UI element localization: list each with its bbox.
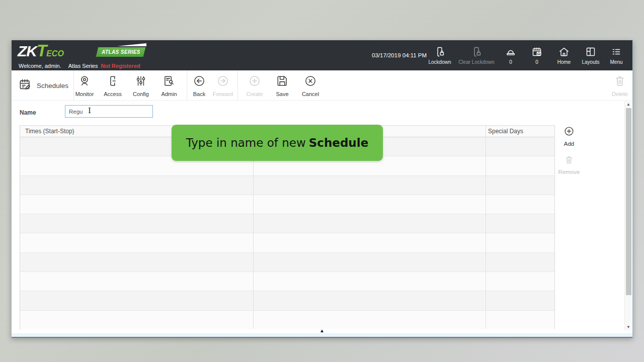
access-door-icon — [106, 74, 119, 89]
clear-lockdown-button[interactable]: Clear Lockdown — [454, 41, 499, 69]
table-row[interactable] — [20, 252, 554, 272]
back-arrow-icon — [193, 74, 206, 89]
config-nav-button[interactable]: Config — [127, 70, 154, 101]
delete-label: Delete — [612, 91, 628, 97]
toolbar: Schedules Monitor — [12, 70, 632, 101]
menu-icon — [610, 46, 622, 58]
admin-nav-button[interactable]: Admin — [155, 70, 183, 101]
lockdown-label: Lockdown — [428, 59, 451, 65]
times-column-header: Times (Start-Stop) — [25, 128, 74, 135]
add-plus-icon — [564, 126, 575, 139]
config-sliders-icon — [134, 74, 147, 89]
tooltip-bold-text: Schedule — [309, 136, 369, 149]
badge-label: ATLAS SERIES — [102, 49, 140, 55]
back-label: Back — [193, 91, 205, 97]
config-label: Config — [133, 91, 149, 97]
table-body — [20, 137, 554, 329]
table-row[interactable] — [20, 195, 554, 214]
events-count: 0 — [535, 59, 538, 65]
clear-lockdown-label: Clear Lockdown — [458, 59, 495, 65]
schedules-icon — [19, 78, 32, 94]
series-text: Atlas Series — [68, 63, 98, 69]
cancel-label: Cancel — [302, 91, 319, 97]
door-unlock-icon — [470, 46, 482, 58]
vertical-scrollbar[interactable]: ▲ ▼ — [624, 101, 632, 330]
back-button[interactable]: Back — [186, 70, 213, 101]
delete-button[interactable]: Delete — [606, 70, 633, 101]
home-icon — [558, 46, 570, 58]
save-button[interactable]: Save — [269, 70, 296, 101]
create-label: Create — [246, 91, 263, 97]
save-floppy-icon — [276, 74, 289, 89]
remove-trash-icon — [564, 155, 574, 167]
atlas-series-badge: ATLAS SERIES — [97, 47, 144, 57]
scroll-down-arrow[interactable]: ▼ — [625, 325, 632, 329]
logo-text-eco: ECO — [46, 49, 64, 58]
name-field-label: Name — [20, 109, 36, 116]
row-actions-panel: Add Remove — [555, 126, 583, 175]
zkteco-logo: ZKTECO — [18, 41, 64, 60]
module-title-label: Schedules — [37, 82, 68, 89]
badge-swoosh-shape — [117, 43, 146, 46]
table-row[interactable] — [20, 175, 554, 195]
table-row[interactable] — [20, 233, 554, 252]
scroll-up-arrow[interactable]: ▲ — [625, 102, 632, 107]
home-label: Home — [557, 59, 571, 65]
access-nav-button[interactable]: Access — [99, 70, 126, 101]
forward-label: Forward — [213, 91, 233, 97]
module-title: Schedules — [19, 70, 68, 101]
menu-button[interactable]: Menu — [604, 41, 628, 69]
cancel-x-icon — [304, 74, 317, 89]
toolbar-separator — [237, 70, 238, 101]
app-header: ZKTECO ATLAS SERIES Welcome, admin.Atlas… — [12, 40, 632, 70]
create-button[interactable]: Create — [241, 70, 268, 101]
layouts-button[interactable]: Layouts — [577, 41, 604, 69]
app-window: ZKTECO ATLAS SERIES Welcome, admin.Atlas… — [11, 40, 633, 338]
tooltip-text: Type in name of new — [186, 136, 306, 149]
alarm-siren-icon — [505, 46, 517, 58]
schedule-name-input[interactable] — [65, 105, 153, 118]
welcome-text: Welcome, admin. — [19, 63, 61, 69]
add-row-button[interactable]: Add — [564, 126, 575, 147]
monitor-nav-button[interactable]: Monitor — [71, 70, 98, 101]
add-label: Add — [564, 141, 574, 147]
admin-label: Admin — [161, 91, 177, 97]
alarm-count: 0 — [509, 59, 512, 65]
lockdown-button[interactable]: Lockdown — [425, 41, 454, 69]
save-label: Save — [276, 91, 288, 97]
events-calendar-icon — [531, 46, 543, 58]
window-bottom-edge — [12, 333, 632, 338]
monitor-icon — [78, 74, 91, 89]
registration-status: Not Registered — [101, 63, 140, 69]
panel-expand-handle[interactable]: ▲ — [319, 328, 325, 333]
logo-text-zk: ZK — [18, 43, 37, 60]
create-plus-icon — [248, 74, 261, 89]
table-row[interactable] — [20, 291, 554, 310]
header-button-bar: Lockdown Clear Lockdown — [425, 40, 628, 70]
forward-arrow-icon — [216, 74, 229, 89]
access-label: Access — [104, 91, 121, 97]
instruction-tooltip: Type in name of newSchedule — [172, 125, 383, 161]
logo-text-t: T — [37, 41, 46, 60]
cancel-button[interactable]: Cancel — [297, 70, 324, 101]
layouts-label: Layouts — [582, 59, 599, 65]
menu-label: Menu — [610, 59, 622, 65]
alarm-counter-button[interactable]: 0 — [499, 41, 523, 69]
remove-row-button[interactable]: Remove — [558, 155, 580, 175]
table-row[interactable] — [20, 214, 554, 233]
table-row[interactable] — [20, 272, 554, 291]
scrollbar-thumb[interactable] — [626, 108, 631, 295]
remove-label: Remove — [558, 169, 580, 175]
desktop-background: ZKTECO ATLAS SERIES Welcome, admin.Atlas… — [0, 0, 644, 362]
delete-trash-icon — [613, 74, 626, 89]
column-divider — [486, 126, 486, 329]
content-area: Name I Times (Start-Stop) Special Days — [12, 101, 632, 333]
welcome-line: Welcome, admin.Atlas SeriesNot Registere… — [19, 63, 140, 69]
forward-button[interactable]: Forward — [209, 70, 236, 101]
special-days-column-header: Special Days — [488, 128, 523, 135]
admin-icon — [163, 74, 176, 89]
home-button[interactable]: Home — [551, 41, 577, 69]
table-row[interactable] — [20, 310, 554, 329]
datetime-display: 03/17/2019 04:11 PM — [372, 52, 427, 58]
events-counter-button[interactable]: 0 — [523, 41, 551, 69]
